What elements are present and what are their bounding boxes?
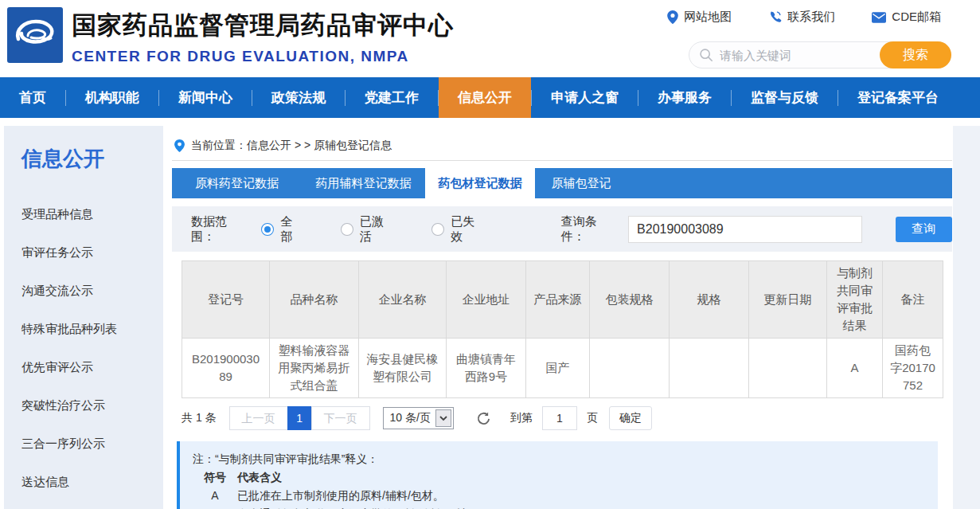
nav-item-home[interactable]: 首页 <box>0 77 65 118</box>
tab-apiexcipientpackaging-registration[interactable]: 原辅包登记 <box>535 168 627 198</box>
cell-variety-name: 塑料输液容器用聚丙烯易折式组合盖 <box>270 339 359 398</box>
sidebar-item-communication[interactable]: 沟通交流公示 <box>4 272 163 310</box>
data-scope-label: 数据范围： <box>191 214 250 245</box>
note-meaning: 尚未通过与制剂共同审评审批的原料/辅料/包材。 <box>237 505 478 509</box>
sitemap-label: 网站地图 <box>684 10 732 25</box>
tab-excipient-registration-data[interactable]: 药用辅料登记数据 <box>302 168 425 198</box>
query-input[interactable] <box>628 216 862 243</box>
tab-api-registration-data[interactable]: 原料药登记数据 <box>172 168 302 198</box>
column-header-registration-no: 登记号 <box>182 261 270 339</box>
brand-block: 国家药品监督管理局药品审评中心 CENTER FOR DRUG EVALUATI… <box>72 9 454 65</box>
nav-item-services[interactable]: 办事服务 <box>638 77 731 118</box>
location-pin-icon <box>667 10 678 24</box>
note-meaning: 已批准在上市制剂使用的原料/辅料/包材。 <box>237 487 444 505</box>
sidebar-item-special-approval[interactable]: 特殊审批品种列表 <box>4 310 163 348</box>
nav-item-info-disclosure[interactable]: 信息公开 <box>439 77 531 118</box>
sidebar-item-priority-review[interactable]: 优先审评公示 <box>4 348 163 386</box>
search-icon <box>699 48 713 62</box>
radio-selected-icon[interactable] <box>261 223 274 236</box>
location-pin-icon <box>174 139 185 152</box>
legend-note: 注：“与制剂共同审评审批结果”释义： 符号 代表含义 A 已批准在上市制剂使用的… <box>177 441 938 509</box>
column-header-spec: 规格 <box>670 261 749 339</box>
radio-unselected-icon[interactable] <box>431 223 444 236</box>
sidebar-item-review-tasks[interactable]: 审评任务公示 <box>4 233 163 272</box>
radio-option-expired[interactable]: 已失效 <box>431 214 486 245</box>
query-button[interactable]: 查询 <box>896 217 952 242</box>
nav-item-registration-platform[interactable]: 登记备案平台 <box>838 77 958 118</box>
nav-item-functions[interactable]: 机构职能 <box>66 77 158 118</box>
refresh-icon[interactable] <box>476 411 491 426</box>
column-header-variety-name: 品种名称 <box>270 261 359 339</box>
pagination: 共 1 条 上一页 1 下一页 10 条/页 到第 页 确定 <box>182 405 952 431</box>
column-header-remarks: 备注 <box>883 261 943 339</box>
contact-label: 联系我们 <box>787 10 835 25</box>
note-symbol: A <box>201 487 229 505</box>
contact-link[interactable]: 联系我们 <box>768 10 835 25</box>
column-header-company-name: 企业名称 <box>359 261 447 339</box>
cell-company-address: 曲塘镇青年西路9号 <box>447 339 526 398</box>
next-page-button[interactable]: 下一页 <box>311 406 370 430</box>
cell-packaging-spec <box>590 339 670 398</box>
sidebar-title: 信息公开 <box>4 126 163 173</box>
column-header-joint-review-result: 与制剂共同审评审批结果 <box>827 261 883 339</box>
page-size-select[interactable]: 10 条/页 <box>383 407 454 429</box>
column-header-company-address: 企业地址 <box>447 261 526 339</box>
sidebar-item-breakthrough-therapy[interactable]: 突破性治疗公示 <box>4 386 163 425</box>
search-input[interactable] <box>713 49 880 62</box>
tab-packaging-registration-data[interactable]: 药包材登记数据 <box>425 168 535 198</box>
nav-item-supervision[interactable]: 监督与反馈 <box>732 77 837 118</box>
radio-expired-label: 已失效 <box>451 214 486 245</box>
sidebar-item-accepted-varieties[interactable]: 受理品种信息 <box>4 195 163 233</box>
column-header-update-date: 更新日期 <box>749 261 827 339</box>
main-area: 信息公开 受理品种信息 审评任务公示 沟通交流公示 特殊审批品种列表 优先审评公… <box>0 118 980 509</box>
sidebar-item-three-in-one[interactable]: 三合一序列公示 <box>4 425 163 463</box>
column-header-product-origin: 产品来源 <box>526 261 590 339</box>
note-title: 注：“与制剂共同审评审批结果”释义： <box>193 450 925 468</box>
tab-bar: 原料药登记数据 药用辅料登记数据 药包材登记数据 原辅包登记 <box>172 168 952 198</box>
radio-option-activated[interactable]: 已激活 <box>341 214 395 245</box>
cell-product-origin: 国产 <box>526 339 590 398</box>
note-header-row: 符号 代表含义 <box>201 468 925 487</box>
current-page-button[interactable]: 1 <box>287 406 312 430</box>
breadcrumb-text: 当前位置：信息公开 > > 原辅包登记信息 <box>191 139 392 153</box>
page-size-value: 10 条/页 <box>390 411 431 425</box>
nav-item-party[interactable]: 党建工作 <box>346 77 438 118</box>
note-symbol: I <box>201 505 229 509</box>
mailbox-link[interactable]: CDE邮箱 <box>872 10 941 25</box>
site-title: 国家药品监督管理局药品审评中心 <box>72 9 454 42</box>
radio-option-all[interactable]: 全部 <box>261 214 304 245</box>
mailbox-label: CDE邮箱 <box>892 10 941 25</box>
header-quick-links: 网站地图 联系我们 CDE邮箱 <box>667 10 941 25</box>
mail-icon <box>872 12 886 23</box>
results-table: 登记号 品种名称 企业名称 企业地址 产品来源 包装规格 规格 更新日期 与制剂… <box>182 260 943 398</box>
cell-joint-review-result: A <box>827 339 883 398</box>
sidebar-item-common-questions[interactable]: 共性问题 <box>4 501 163 509</box>
nav-item-policies[interactable]: 政策法规 <box>252 77 345 118</box>
nav-item-news[interactable]: 新闻中心 <box>159 77 252 118</box>
note-meaning-header: 代表含义 <box>237 468 282 487</box>
prev-page-button[interactable]: 上一页 <box>229 406 288 430</box>
sitemap-link[interactable]: 网站地图 <box>667 10 732 25</box>
page-button-group: 上一页 1 下一页 <box>229 406 370 430</box>
sidebar-item-delivery-info[interactable]: 送达信息 <box>4 463 163 501</box>
search-button[interactable]: 搜索 <box>880 41 951 69</box>
right-gutter <box>953 126 980 509</box>
goto-page-label: 到第 <box>510 411 533 425</box>
goto-page-input[interactable] <box>542 406 577 430</box>
site-search: 搜索 <box>689 41 951 69</box>
sidebar-list: 受理品种信息 审评任务公示 沟通交流公示 特殊审批品种列表 优先审评公示 突破性… <box>4 195 163 509</box>
phone-icon <box>768 10 782 24</box>
radio-unselected-icon[interactable] <box>341 223 353 236</box>
query-condition-label: 查询条件： <box>561 214 620 245</box>
confirm-button[interactable]: 确定 <box>609 406 652 430</box>
filter-bar: 数据范围： 全部 已激活 已失效 查询条件： 查询 <box>172 206 952 252</box>
radio-all-label: 全部 <box>280 214 304 245</box>
note-row-i: I 尚未通过与制剂共同审评审批的原料/辅料/包材。 <box>201 505 925 509</box>
cell-update-date <box>749 339 827 398</box>
nav-item-applicant-window[interactable]: 申请人之窗 <box>532 77 638 118</box>
cell-remarks: 国药包字20170752 <box>883 339 943 398</box>
site-subtitle: CENTER FOR DRUG EVALUATION, NMPA <box>72 48 454 65</box>
total-count: 共 1 条 <box>182 411 217 425</box>
note-row-a: A 已批准在上市制剂使用的原料/辅料/包材。 <box>201 487 925 505</box>
note-symbol-header: 符号 <box>201 468 229 487</box>
